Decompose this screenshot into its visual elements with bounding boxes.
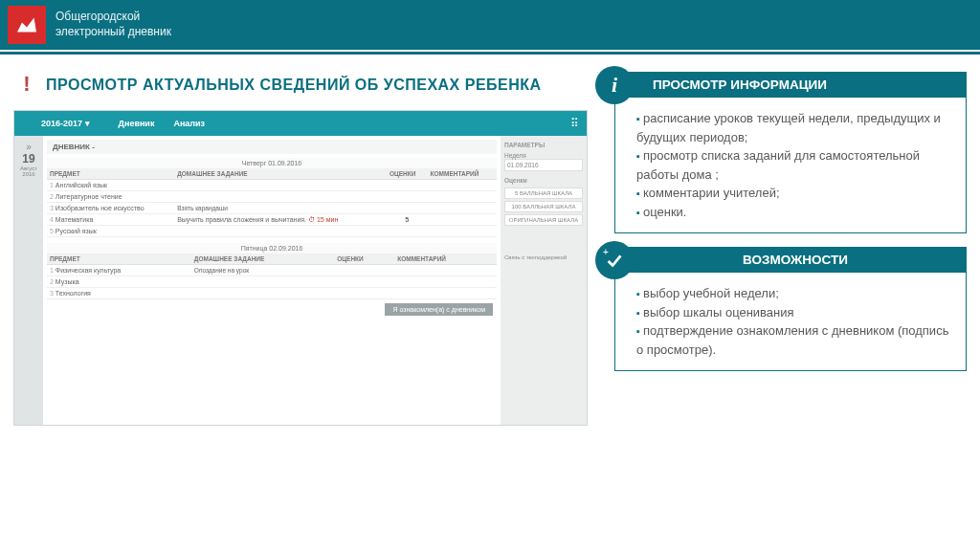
- header-bar: Общегородской электронный дневник: [0, 0, 980, 50]
- tab-diary[interactable]: Дневник: [119, 119, 155, 128]
- scale-100[interactable]: 100 БАЛЛЬНАЯ ШКАЛА: [504, 201, 583, 212]
- panel2-item: выбор шкалы оценивания: [636, 303, 954, 322]
- support-link[interactable]: Связь с техподдержкой: [504, 254, 583, 260]
- lessons-table-2: ПРЕДМЕТДОМАШНЕЕ ЗАДАНИЕОЦЕНКИКОММЕНТАРИЙ…: [47, 253, 497, 299]
- moscow-emblem: [8, 6, 46, 44]
- header-line2: электронный дневник: [56, 25, 171, 40]
- scale-5[interactable]: 5 БАЛЛЬНАЯ ШКАЛА: [504, 187, 583, 199]
- panel1-item: оценки.: [636, 203, 954, 222]
- panel1-item: расписание уроков текущей недели, предыд…: [636, 109, 954, 146]
- year-selector[interactable]: 2016-2017 ▾: [41, 119, 90, 128]
- info-panel-view: i ПРОСМОТР ИНФОРМАЦИИ расписание уроков …: [614, 72, 967, 233]
- diary-screenshot: 2016-2017 ▾ Дневник Анализ ⠿ » 19 Август…: [13, 110, 588, 426]
- day-year: 2016: [22, 171, 34, 177]
- lessons-table-1: ПРЕДМЕТДОМАШНЕЕ ЗАДАНИЕОЦЕНКИКОММЕНТАРИЙ…: [47, 168, 497, 237]
- info-icon: i: [595, 66, 634, 104]
- header-line1: Общегородской: [56, 10, 171, 25]
- confirm-button[interactable]: Я ознакомлен(а) с дневником: [385, 303, 493, 316]
- day-header-2: Пятница 02.09.2016: [47, 243, 497, 253]
- panel2-title: ВОЗМОЖНОСТИ: [624, 247, 967, 273]
- info-panel-features: + ВОЗМОЖНОСТИ выбор учебной недели; выбо…: [614, 247, 967, 371]
- params-panel: ПАРАМЕТРЫ Неделя 01.09.2016 Оценки 5 БАЛ…: [501, 136, 587, 425]
- panel2-item: подтверждение ознакомления с дневником (…: [636, 321, 954, 359]
- panel1-item: просмотр списка заданий для самостоятель…: [636, 146, 954, 184]
- page-title: ПРОСМОТР АКТУАЛЬНЫХ СВЕДЕНИЙ ОБ УСПЕХАХ …: [46, 77, 542, 94]
- date-sidebar: » 19 Август 2016: [14, 136, 43, 425]
- panel1-title: ПРОСМОТР ИНФОРМАЦИИ: [624, 72, 967, 98]
- tab-analysis[interactable]: Анализ: [173, 119, 205, 128]
- alert-icon: !: [13, 72, 40, 99]
- diary-label: ДНЕВНИК -: [47, 140, 497, 154]
- grid-icon[interactable]: ⠿: [570, 117, 577, 130]
- day-header-1: Четверг 01.09.2016: [47, 158, 497, 168]
- panel2-item: выбор учебной недели;: [636, 284, 954, 303]
- header-title: Общегородской электронный дневник: [56, 10, 171, 39]
- panel1-item: комментарии учителей;: [636, 184, 954, 203]
- scale-original[interactable]: ОРИГИНАЛЬНАЯ ШКАЛА: [504, 214, 583, 226]
- week-input[interactable]: 01.09.2016: [504, 159, 583, 171]
- day-number: 19: [22, 152, 34, 165]
- check-icon: +: [595, 241, 634, 279]
